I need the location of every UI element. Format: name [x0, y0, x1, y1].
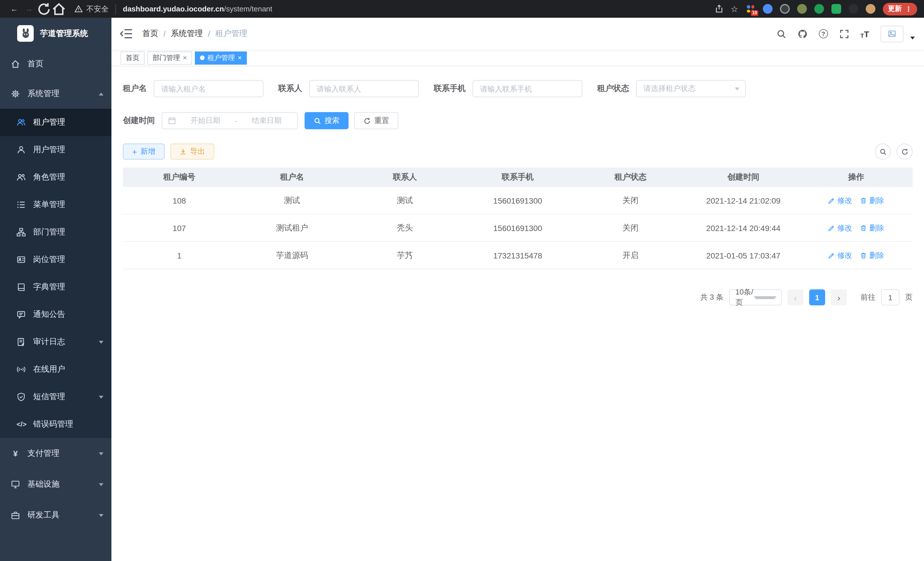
- table-row: 108 测试 测试 15601691300 关闭 2021-12-14 21:0…: [123, 187, 913, 214]
- extension-icon[interactable]: [849, 4, 858, 14]
- sidebar-item-role-management[interactable]: 角色管理: [0, 164, 111, 191]
- contact-input[interactable]: [309, 80, 419, 97]
- monitor-icon: [11, 480, 20, 489]
- extension-badge: 10: [751, 10, 758, 16]
- sidebar-item-audit-log[interactable]: 审计日志: [0, 328, 111, 356]
- avatar-caret-icon[interactable]: [910, 36, 915, 39]
- extension-icon[interactable]: [797, 4, 807, 14]
- address-bar[interactable]: dashboard.yudao.iocoder.cn/system/tenant: [123, 5, 272, 13]
- column-header: 创建时间: [687, 168, 800, 187]
- sidebar-toggle-icon[interactable]: [120, 29, 133, 39]
- sidebar-item-dictionary-management[interactable]: 字典管理: [0, 273, 111, 301]
- org-tree-icon: [16, 228, 26, 237]
- create-time-range-picker[interactable]: 开始日期 - 结束日期: [162, 112, 298, 129]
- sidebar-item-department-management[interactable]: 部门管理: [0, 218, 111, 246]
- edit-button[interactable]: 修改: [828, 195, 852, 206]
- prev-page-button[interactable]: ‹: [788, 289, 803, 305]
- breadcrumb-item-home[interactable]: 首页: [142, 29, 158, 39]
- delete-button[interactable]: 删除: [860, 223, 884, 233]
- pagination-total: 共 3 条: [700, 292, 723, 302]
- toolbox-icon: [11, 511, 20, 520]
- back-icon[interactable]: ←: [7, 2, 22, 16]
- table-header-row: 租户编号 租户名 联系人 联系手机 租户状态 创建时间 操作: [123, 168, 913, 187]
- security-warning-label: 不安全: [86, 4, 109, 14]
- edit-button[interactable]: 修改: [828, 223, 852, 233]
- announcement-bubble-icon: [16, 310, 26, 319]
- delete-button[interactable]: 删除: [860, 195, 884, 206]
- profile-avatar-icon[interactable]: [866, 4, 875, 14]
- phone-input[interactable]: [472, 80, 582, 97]
- export-button[interactable]: 导出: [170, 144, 214, 159]
- github-icon[interactable]: [797, 29, 807, 39]
- tab-department-management[interactable]: 部门管理 ×: [147, 51, 192, 64]
- help-icon[interactable]: ?: [819, 29, 828, 38]
- extension-icon[interactable]: [763, 4, 772, 14]
- sidebar-item-online-users[interactable]: 在线用户: [0, 356, 111, 383]
- extension-icon[interactable]: [831, 4, 841, 14]
- sidebar-item-home[interactable]: 首页: [0, 49, 111, 79]
- app-logo[interactable]: 芋道管理系统: [0, 18, 111, 49]
- post-badge-icon: [16, 255, 26, 264]
- font-size-icon[interactable]: TT: [860, 29, 869, 39]
- pagination: 共 3 条 10条/页 ‹ 1 › 前往 页: [123, 289, 913, 305]
- browser-update-button[interactable]: 更新 ⋮: [883, 3, 917, 15]
- sidebar-item-dev-tools[interactable]: 研发工具: [0, 500, 111, 531]
- sidebar-submenu-system: 租户管理 用户管理 角色管理 菜单管理 部门管理: [0, 109, 111, 438]
- sidebar-item-post-management[interactable]: 岗位管理: [0, 246, 111, 273]
- audit-log-icon: [16, 337, 26, 347]
- yen-icon: ¥: [11, 449, 20, 458]
- tenant-page: 租户名 联系人 联系手机 租户状态 请选择租户状态: [111, 66, 924, 561]
- table-toolbar: + 新增 导出: [123, 144, 913, 159]
- tenant-name-input[interactable]: [154, 80, 263, 97]
- goto-label: 前往: [861, 292, 875, 302]
- site-security[interactable]: 不安全: [74, 4, 116, 14]
- breadcrumb-item-system[interactable]: 系统管理: [171, 29, 203, 39]
- create-time-label: 创建时间: [123, 116, 155, 126]
- extension-icon[interactable]: [814, 4, 824, 14]
- sidebar-item-infrastructure[interactable]: 基础设施: [0, 469, 111, 500]
- tab-home[interactable]: 首页: [121, 51, 145, 64]
- refresh-button[interactable]: [897, 144, 913, 159]
- avatar[interactable]: [880, 26, 903, 42]
- sidebar-item-user-management[interactable]: 用户管理: [0, 136, 111, 164]
- sidebar-item-tenant-management[interactable]: 租户管理: [0, 109, 111, 136]
- close-icon[interactable]: ×: [238, 54, 242, 62]
- breadcrumb: 首页 / 系统管理 / 租户管理: [142, 29, 248, 39]
- reset-button[interactable]: 重置: [354, 112, 398, 129]
- next-page-button[interactable]: ›: [831, 289, 847, 305]
- search-button[interactable]: 搜索: [304, 112, 349, 129]
- tab-tenant-management[interactable]: 租户管理 ×: [195, 51, 247, 64]
- bookmark-star-icon[interactable]: ☆: [730, 4, 738, 14]
- chevron-down-icon: [99, 483, 104, 486]
- sidebar-item-menu-management[interactable]: 菜单管理: [0, 191, 111, 218]
- tenant-users-icon: [16, 118, 26, 127]
- sidebar-item-sms-management[interactable]: 短信管理: [0, 383, 111, 411]
- share-icon[interactable]: [715, 5, 723, 13]
- reload-icon[interactable]: [37, 2, 51, 16]
- sidebar-item-error-code-management[interactable]: </> 错误码管理: [0, 411, 111, 438]
- add-button[interactable]: + 新增: [123, 144, 165, 159]
- goto-page-input[interactable]: [881, 289, 899, 305]
- toggle-search-button[interactable]: [875, 144, 891, 159]
- tenant-table: 租户编号 租户名 联系人 联系手机 租户状态 创建时间 操作 108 测试 测试…: [123, 168, 913, 269]
- sidebar-item-system-management[interactable]: 系统管理: [0, 79, 111, 109]
- filter-row-2: 创建时间 开始日期 - 结束日期 搜索: [123, 112, 913, 129]
- sidebar-item-payment-management[interactable]: ¥ 支付管理: [0, 438, 111, 469]
- page-size-select[interactable]: 10条/页: [729, 289, 782, 305]
- extension-icon[interactable]: [780, 4, 790, 14]
- fullscreen-icon[interactable]: [839, 29, 849, 39]
- search-icon[interactable]: [776, 29, 786, 39]
- sidebar-item-notice-announcement[interactable]: 通知公告: [0, 301, 111, 328]
- forward-icon[interactable]: →: [22, 2, 37, 16]
- date-separator: -: [235, 116, 237, 125]
- page-number-button[interactable]: 1: [809, 289, 825, 305]
- calendar-icon: [168, 117, 176, 125]
- roles-icon: [16, 173, 26, 182]
- home-icon[interactable]: [51, 2, 66, 16]
- delete-button[interactable]: 删除: [860, 250, 884, 260]
- status-select[interactable]: 请选择租户状态: [636, 80, 746, 97]
- close-icon[interactable]: ×: [183, 54, 187, 62]
- edit-button[interactable]: 修改: [828, 250, 852, 260]
- browser-menu-dots-icon[interactable]: ⋮: [905, 5, 912, 13]
- extension-icon[interactable]: 10: [746, 4, 755, 14]
